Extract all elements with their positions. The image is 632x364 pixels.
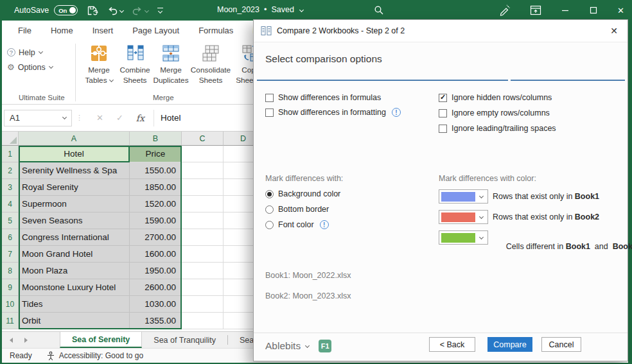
name-box-dropdown-icon[interactable] [62,115,67,119]
help-button[interactable]: ? Help [7,45,53,60]
maximize-button[interactable] [589,6,598,15]
cell-hotel[interactable]: Orbit [19,313,130,329]
save-status[interactable]: Saved [271,5,294,14]
cancel-button[interactable]: Cancel [541,337,581,352]
color-dropdown-book1[interactable] [439,189,488,204]
cell-hotel[interactable]: Supermoon [19,196,130,212]
tab-page-layout[interactable]: Page Layout [123,26,189,35]
accessibility-status[interactable]: Accessibility: Good to go [46,351,143,361]
chevron-down-icon[interactable] [479,193,484,198]
sheet-nav-left-icon[interactable] [10,338,13,343]
search-button[interactable] [374,5,384,18]
checkbox-show-diff-formatting[interactable]: Show differences in formatting [265,107,401,117]
radio-font-color[interactable]: Font color [265,220,329,230]
info-icon[interactable] [320,220,329,229]
checkbox-checked-icon[interactable] [439,94,447,102]
combine-sheets-button[interactable]: Combine Sheets [115,43,155,85]
back-button[interactable]: < Back [429,337,475,352]
radio-icon[interactable] [265,205,274,214]
cell-price[interactable]: 1850.00 [130,179,182,196]
cell-price[interactable]: 2700.00 [130,229,182,246]
minimize-button[interactable] [561,6,570,15]
compare-button[interactable]: Compare [487,337,532,352]
undo-button[interactable] [107,6,123,15]
save-button[interactable] [87,5,98,16]
merge-duplicates-button[interactable]: Merge Duplicates [151,43,191,85]
cell-hotel[interactable]: Royal Serenity [19,179,130,196]
checkbox-ignore-spaces[interactable]: Ignore leading/trailing spaces [439,123,556,134]
row-header[interactable]: 11 [2,313,19,329]
title-dropdown-icon[interactable] [299,7,304,12]
cell-price[interactable]: 1550.00 [130,162,182,179]
autosave-switch-icon[interactable]: On [54,5,78,15]
radio-selected-icon[interactable] [265,190,274,198]
info-icon[interactable] [392,108,401,117]
sheet-nav-right-icon[interactable] [24,338,28,343]
consolidate-sheets-button[interactable]: Consolidate Sheets [191,43,231,85]
redo-button[interactable] [132,6,148,15]
sheet-tab-sea-of-tranquility[interactable]: Sea of Tranquility [142,332,227,348]
row-header[interactable]: 3 [2,179,19,196]
cell-price[interactable]: 1030.00 [130,296,182,313]
tab-formulas[interactable]: Formulas [189,26,243,35]
autosave-toggle[interactable]: AutoSave On [14,5,78,15]
insert-function-icon[interactable]: fx [136,113,145,123]
dialog-close-icon[interactable]: ✕ [608,26,620,36]
checkbox-ignore-empty[interactable]: Ignore empty rows/columns [439,108,550,118]
select-all-corner[interactable] [2,132,19,146]
cell-price[interactable]: 1355.00 [130,313,182,329]
checkbox-icon[interactable] [265,108,274,117]
radio-bottom-border[interactable]: Bottom border [265,204,329,214]
chevron-down-icon[interactable] [305,343,310,347]
cell-price[interactable]: 1950.00 [130,263,182,279]
column-header-a[interactable]: A [19,132,130,146]
row-header[interactable]: 2 [2,162,19,179]
undo-dropdown-icon[interactable] [119,8,124,12]
tab-insert[interactable]: Insert [83,26,123,35]
sheet-tab-sea-of-serenity[interactable]: Sea of Serenity [60,332,142,348]
cell-price[interactable]: 1520.00 [130,196,182,212]
f1-help-badge[interactable]: F1 [319,340,331,352]
row-header[interactable]: 10 [2,296,19,313]
row-header[interactable]: 6 [2,229,19,246]
cell-hotel[interactable]: Moonstone Luxury Hotel [19,279,130,296]
column-header-b[interactable]: B [130,132,182,146]
row-header[interactable]: 9 [2,279,19,296]
cell-hotel[interactable]: Moon Grand Hotel [19,246,130,263]
radio-icon[interactable] [265,221,274,229]
row-header[interactable]: 7 [2,246,19,263]
ribbon-display-options-icon[interactable] [530,5,541,15]
column-header-c[interactable]: C [182,132,224,146]
checkbox-show-diff-formulas[interactable]: Show differences in formulas [265,92,381,103]
pen-mode-icon[interactable] [499,4,511,16]
cell-hotel[interactable]: Serenity Wellness & Spa [19,162,130,179]
checkbox-icon[interactable] [439,125,447,133]
tab-home[interactable]: Home [41,26,83,35]
chevron-down-icon[interactable] [479,234,484,239]
name-box[interactable]: A1 [4,110,72,126]
row-header[interactable]: 4 [2,196,19,212]
radio-background-color[interactable]: Background color [265,189,340,199]
options-button[interactable]: ⚙ Options [7,60,53,74]
cell-hotel[interactable]: Tides [19,296,130,313]
cell-b1[interactable]: Price [130,146,182,162]
cell-price[interactable]: 1600.00 [130,246,182,263]
chevron-down-icon[interactable] [479,214,484,218]
confirm-entry-icon[interactable]: ✓ [116,113,123,123]
color-dropdown-cells[interactable] [439,230,488,245]
row-header[interactable]: 8 [2,263,19,279]
cell-hotel[interactable]: Moon Plaza [19,263,130,279]
checkbox-icon[interactable] [439,109,447,117]
merge-tables-button[interactable]: Merge Tables [79,43,119,85]
cancel-entry-icon[interactable]: ✕ [96,113,103,123]
checkbox-ignore-hidden[interactable]: Ignore hidden rows/columns [439,92,552,103]
cell-hotel[interactable]: Seven Seasons [19,212,130,229]
cell-a1[interactable]: Hotel [19,146,130,162]
cell-hotel[interactable]: Congress International [19,229,130,246]
row-header[interactable]: 5 [2,212,19,229]
formula-input[interactable]: Hotel [154,113,181,123]
ablebits-brand[interactable]: Ablebits F1 [265,340,331,352]
color-dropdown-book2[interactable] [439,210,488,224]
row-header[interactable]: 1 [2,146,19,162]
checkbox-icon[interactable] [265,94,274,102]
